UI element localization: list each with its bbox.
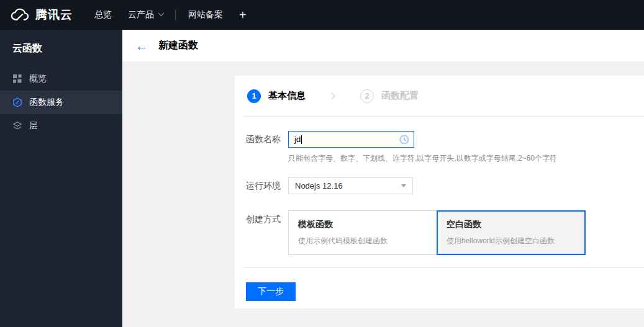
function-name-input[interactable]: jd [288, 131, 414, 148]
function-name-value: jd [294, 135, 301, 144]
cloud-logo-icon [9, 7, 30, 22]
method-desc: 使用helloworld示例创建空白函数 [447, 236, 576, 246]
runtime-selected-value: Nodejs 12.16 [295, 181, 343, 190]
sidebar: 云函数 概览 函数服务 [0, 30, 122, 327]
sidebar-item-label: 层 [29, 120, 38, 132]
method-cards: 模板函数 使用示例代码模板创建函数 空白函数 使用helloworld示例创建空… [288, 210, 586, 255]
add-tab-plus-icon[interactable]: + [239, 9, 247, 21]
method-card-template[interactable]: 模板函数 使用示例代码模板创建函数 [288, 210, 437, 255]
layers-icon [12, 121, 22, 131]
sidebar-item-function-service[interactable]: 函数服务 [0, 91, 122, 114]
step-2-circle: 2 [360, 89, 374, 103]
sidebar-item-overview[interactable]: 概览 [0, 67, 122, 91]
method-card-blank[interactable]: 空白函数 使用helloworld示例创建空白函数 [437, 210, 586, 255]
text-caret [301, 135, 302, 144]
sidebar-item-label: 函数服务 [29, 97, 64, 108]
function-name-help: 只能包含字母、数字、下划线、连字符,以字母开头,以数字或字母结尾,2~60个字符 [288, 153, 557, 164]
wizard-steps: 1 基本信息 2 函数配置 [235, 76, 644, 116]
runtime-row: 运行环境 Nodejs 12.16 [246, 177, 644, 194]
step-1-label: 基本信息 [268, 90, 306, 102]
step-chevron-icon [328, 92, 335, 99]
function-name-label: 函数名称 [246, 131, 288, 164]
nav-item-website-beian[interactable]: 网站备案 [188, 9, 223, 20]
method-title: 空白函数 [447, 219, 576, 230]
page-header: ← 新建函数 [122, 30, 644, 61]
back-arrow-icon[interactable]: ← [135, 40, 148, 52]
create-method-row: 创建方式 模板函数 使用示例代码模板创建函数 空白函数 使用helloworld… [246, 210, 644, 255]
step-2-label: 函数配置 [381, 90, 419, 102]
step-1-circle: 1 [247, 89, 261, 103]
actions-row: 下一步 [235, 268, 644, 301]
tencent-cloud-logo[interactable]: 腾讯云 [9, 7, 73, 23]
sidebar-item-label: 概览 [29, 73, 47, 84]
nav-item-overview[interactable]: 总览 [94, 9, 112, 20]
runtime-label: 运行环境 [246, 177, 288, 194]
method-title: 模板函数 [298, 219, 427, 230]
next-step-button[interactable]: 下一步 [246, 282, 296, 301]
top-navbar: 腾讯云 总览 云产品 网站备案 + [0, 0, 644, 30]
sidebar-item-layers[interactable]: 层 [0, 114, 122, 138]
chevron-down-icon [158, 10, 165, 16]
sidebar-menu: 概览 函数服务 层 [0, 67, 122, 138]
brand-name: 腾讯云 [35, 7, 73, 23]
runtime-select[interactable]: Nodejs 12.16 [288, 177, 413, 194]
nav-divider [175, 9, 176, 20]
page-title: 新建函数 [158, 39, 198, 52]
create-method-label: 创建方式 [246, 210, 288, 255]
sidebar-title: 云函数 [0, 30, 122, 55]
select-caret-icon [401, 184, 406, 187]
function-name-row: 函数名称 jd 只能包含字母、数字、下划线、连字符,以 [246, 131, 644, 164]
method-desc: 使用示例代码模板创建函数 [298, 236, 427, 246]
create-function-card: 1 基本信息 2 函数配置 函数名称 jd [235, 76, 644, 308]
function-hexagon-icon [12, 97, 22, 107]
basic-info-form: 函数名称 jd 只能包含字母、数字、下划线、连字符,以 [235, 117, 644, 267]
nav-item-cloud-products[interactable]: 云产品 [128, 9, 163, 20]
main-content: ← 新建函数 1 基本信息 2 函数配置 函数名称 jd [122, 30, 644, 327]
clock-icon [399, 134, 410, 145]
grid-icon [12, 74, 22, 84]
